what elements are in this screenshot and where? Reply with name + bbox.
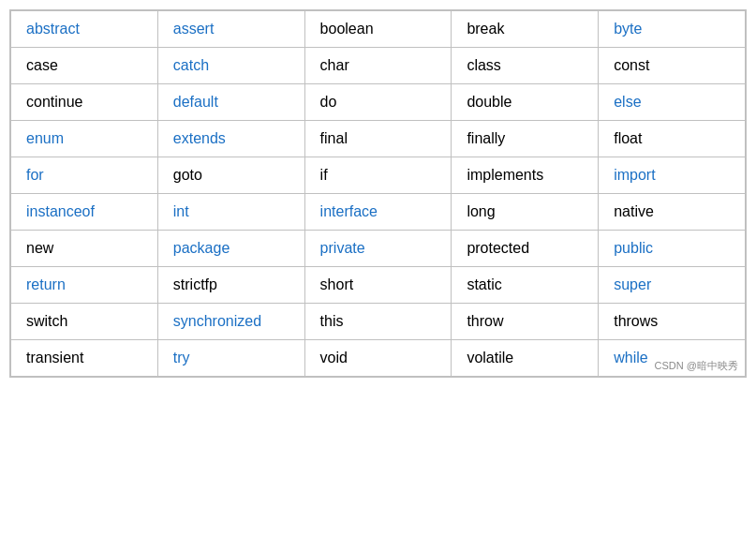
table-row: forgotoifimplementsimport [11, 157, 746, 194]
table-row: continuedefaultdodoubleelse [11, 84, 746, 121]
keyword-cell: try [157, 340, 304, 377]
keyword-cell: synchronized [157, 304, 304, 340]
keyword-cell: switch [11, 304, 158, 340]
keyword-cell: super [599, 267, 746, 304]
keyword-cell: abstract [11, 11, 158, 48]
keyword-cell: new [11, 231, 158, 267]
keyword-cell: break [452, 11, 599, 48]
keyword-cell: boolean [304, 11, 452, 48]
keyword-cell: class [452, 48, 599, 84]
keyword-cell: this [304, 304, 452, 340]
keyword-cell: else [599, 84, 746, 121]
keyword-cell: public [599, 231, 746, 267]
keyword-cell: return [11, 267, 158, 304]
keyword-table-container: abstractassertbooleanbreakbytecasecatchc… [9, 9, 747, 378]
keyword-cell: const [599, 48, 746, 84]
table-row: newpackageprivateprotectedpublic [11, 231, 746, 267]
keyword-cell: private [304, 231, 452, 267]
keyword-cell: interface [304, 194, 452, 231]
keyword-cell: strictfp [157, 267, 304, 304]
keyword-cell: volatile [452, 340, 599, 377]
table-row: transienttryvoidvolatilewhile [11, 340, 746, 377]
keyword-cell: char [304, 48, 452, 84]
keyword-cell: extends [157, 121, 304, 157]
keyword-cell: throws [599, 304, 746, 340]
table-row: abstractassertbooleanbreakbyte [11, 11, 746, 48]
keyword-cell: void [304, 340, 452, 377]
keyword-cell: transient [11, 340, 158, 377]
table-row: instanceofintinterfacelongnative [11, 194, 746, 231]
keyword-cell: instanceof [11, 194, 158, 231]
keyword-cell: double [452, 84, 599, 121]
table-row: casecatchcharclassconst [11, 48, 746, 84]
keyword-cell: continue [11, 84, 158, 121]
keyword-cell: case [11, 48, 158, 84]
watermark: CSDN @暗中映秀 [655, 359, 738, 373]
table-row: returnstrictfpshortstaticsuper [11, 267, 746, 304]
keyword-table: abstractassertbooleanbreakbytecasecatchc… [10, 10, 746, 377]
keyword-cell: import [599, 157, 746, 194]
table-row: switchsynchronizedthisthrowthrows [11, 304, 746, 340]
keyword-cell: byte [599, 11, 746, 48]
keyword-cell: enum [11, 121, 158, 157]
keyword-cell: assert [157, 11, 304, 48]
keyword-cell: final [304, 121, 452, 157]
keyword-cell: protected [452, 231, 599, 267]
keyword-cell: goto [157, 157, 304, 194]
keyword-cell: do [304, 84, 452, 121]
keyword-cell: default [157, 84, 304, 121]
keyword-cell: finally [452, 121, 599, 157]
keyword-cell: catch [157, 48, 304, 84]
keyword-cell: for [11, 157, 158, 194]
keyword-cell: int [157, 194, 304, 231]
keyword-cell: implements [452, 157, 599, 194]
keyword-cell: throw [452, 304, 599, 340]
keyword-cell: static [452, 267, 599, 304]
keyword-cell: long [452, 194, 599, 231]
keyword-cell: float [599, 121, 746, 157]
keyword-cell: if [304, 157, 452, 194]
keyword-cell: package [157, 231, 304, 267]
keyword-cell: short [304, 267, 452, 304]
table-row: enumextendsfinalfinallyfloat [11, 121, 746, 157]
keyword-cell: native [599, 194, 746, 231]
